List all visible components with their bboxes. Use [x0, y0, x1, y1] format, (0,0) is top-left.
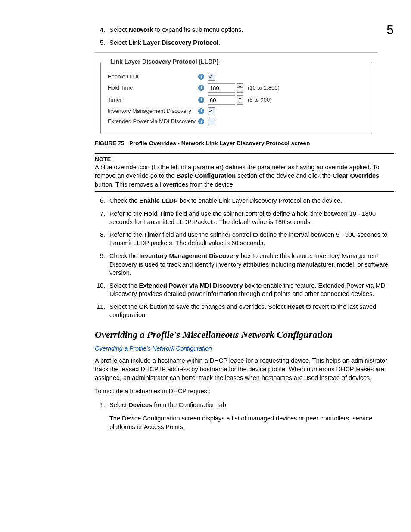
chapter-number: 5 — [386, 22, 394, 37]
step-11: Select the OK button to save the changes… — [107, 303, 394, 320]
info-icon[interactable]: i — [198, 85, 204, 91]
row-hold-time: Hold Time i ▲ ▼ (10 to 1,800) — [108, 83, 365, 93]
section-heading: Overriding a Profile's Miscellaneous Net… — [95, 328, 394, 341]
checkbox-enable-lldp[interactable] — [208, 73, 215, 81]
lldp-panel: Link Layer Discovery Protocol (LLDP) Ena… — [95, 52, 377, 134]
step-8: Refer to the Timer field and use the spi… — [107, 231, 394, 248]
note-text: A blue override icon (to the left of a p… — [95, 163, 394, 189]
step-10: Select the Extended Power via MDI Discov… — [107, 282, 394, 299]
info-icon[interactable]: i — [198, 74, 204, 80]
info-icon[interactable]: i — [198, 118, 204, 124]
hold-time-up[interactable]: ▲ — [237, 83, 243, 88]
breadcrumb-link[interactable]: Overriding a Profile's Network Configura… — [95, 345, 212, 353]
new-step-1: Select Devices from the Configuration ta… — [107, 401, 394, 432]
label-extended-power: Extended Power via MDI Discovery — [108, 118, 198, 125]
checkbox-extended-power[interactable] — [208, 118, 215, 125]
row-timer: Timer i ▲ ▼ (5 to 900) — [108, 95, 365, 105]
timer-down[interactable]: ▼ — [237, 100, 243, 105]
row-inventory: Inventory Management Discovery i — [108, 107, 365, 115]
profile-paragraph: A profile can include a hostname within … — [95, 357, 394, 382]
info-icon[interactable]: i — [198, 108, 204, 114]
row-enable-lldp: Enable LLDP i — [108, 73, 365, 81]
label-hold-time: Hold Time — [108, 84, 198, 92]
timer-range: (5 to 900) — [248, 96, 272, 104]
figure-caption: FIGURE 75Profile Overrides - Network Lin… — [95, 140, 394, 147]
input-hold-time[interactable] — [208, 83, 235, 93]
note-block: NOTE A blue override icon (to the left o… — [95, 153, 394, 192]
label-inventory: Inventory Management Discovery — [108, 107, 198, 115]
row-extended-power: Extended Power via MDI Discovery i — [108, 118, 365, 125]
input-timer[interactable] — [208, 95, 235, 105]
checkbox-inventory[interactable] — [208, 107, 215, 115]
info-icon[interactable]: i — [198, 97, 204, 103]
step-7: Refer to the Hold Time field and use the… — [107, 210, 394, 227]
hold-time-down[interactable]: ▼ — [237, 88, 243, 93]
timer-up[interactable]: ▲ — [237, 95, 243, 100]
step-4: Select Network to expand its sub menu op… — [107, 26, 394, 34]
step-6: Check the Enable LLDP box to enable Link… — [107, 197, 394, 205]
step-5: Select Link Layer Discovery Protocol. — [107, 39, 394, 47]
hold-time-range: (10 to 1,800) — [248, 84, 280, 92]
note-label: NOTE — [95, 156, 394, 163]
step-9: Check the Inventory Management Discovery… — [107, 252, 394, 277]
label-enable-lldp: Enable LLDP — [108, 73, 198, 81]
label-timer: Timer — [108, 96, 198, 104]
panel-legend: Link Layer Discovery Protocol (LLDP) — [108, 58, 221, 66]
new-step-1-sub: The Device Configuration screen displays… — [109, 414, 394, 431]
to-include-line: To include a hostnames in DHCP request: — [95, 387, 394, 396]
